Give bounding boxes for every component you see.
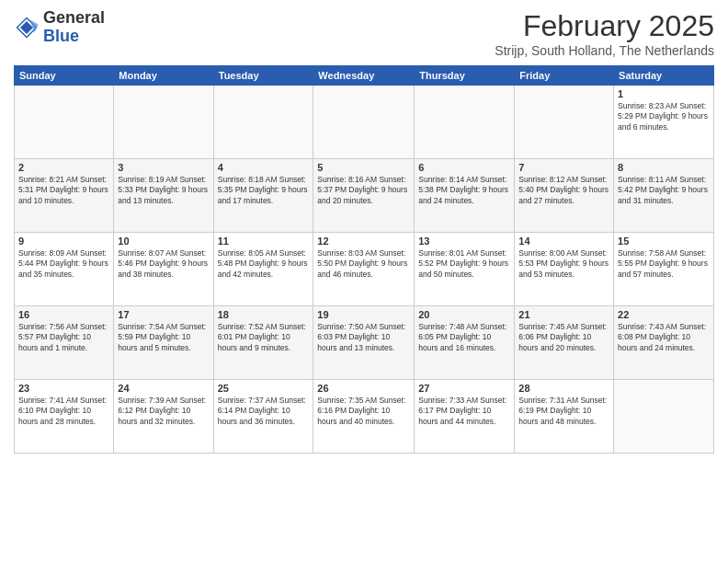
table-row: 14Sunrise: 8:00 AM Sunset: 5:53 PM Dayli… bbox=[515, 233, 614, 306]
day-info: Sunrise: 8:05 AM Sunset: 5:48 PM Dayligh… bbox=[218, 248, 310, 280]
day-number: 13 bbox=[418, 236, 510, 247]
day-info: Sunrise: 7:35 AM Sunset: 6:16 PM Dayligh… bbox=[317, 396, 410, 427]
table-row: 27Sunrise: 7:33 AM Sunset: 6:17 PM Dayli… bbox=[415, 380, 515, 454]
table-row: 12Sunrise: 8:03 AM Sunset: 5:50 PM Dayli… bbox=[313, 233, 415, 306]
table-row: 1Sunrise: 8:23 AM Sunset: 5:29 PM Daylig… bbox=[614, 86, 714, 159]
day-number: 19 bbox=[317, 309, 410, 320]
day-number: 28 bbox=[518, 383, 609, 394]
table-row: 18Sunrise: 7:52 AM Sunset: 6:01 PM Dayli… bbox=[213, 306, 313, 380]
col-sunday: Sunday bbox=[15, 66, 114, 86]
table-row bbox=[114, 86, 213, 159]
table-row bbox=[415, 86, 515, 159]
day-number: 17 bbox=[118, 309, 209, 320]
table-row: 7Sunrise: 8:12 AM Sunset: 5:40 PM Daylig… bbox=[515, 159, 614, 233]
table-row: 6Sunrise: 8:14 AM Sunset: 5:38 PM Daylig… bbox=[415, 159, 515, 233]
day-info: Sunrise: 7:56 AM Sunset: 5:57 PM Dayligh… bbox=[18, 322, 109, 353]
table-row: 17Sunrise: 7:54 AM Sunset: 5:59 PM Dayli… bbox=[114, 306, 213, 380]
location: Strijp, South Holland, The Netherlands bbox=[495, 43, 714, 58]
day-number: 22 bbox=[618, 309, 710, 320]
calendar-week-row: 23Sunrise: 7:41 AM Sunset: 6:10 PM Dayli… bbox=[15, 380, 714, 454]
day-number: 9 bbox=[18, 236, 109, 247]
day-info: Sunrise: 7:52 AM Sunset: 6:01 PM Dayligh… bbox=[218, 322, 310, 353]
day-number: 5 bbox=[317, 162, 410, 173]
calendar-week-row: 1Sunrise: 8:23 AM Sunset: 5:29 PM Daylig… bbox=[15, 86, 714, 159]
month-title: February 2025 bbox=[495, 9, 714, 43]
day-info: Sunrise: 8:14 AM Sunset: 5:38 PM Dayligh… bbox=[418, 175, 510, 206]
calendar-week-row: 9Sunrise: 8:09 AM Sunset: 5:44 PM Daylig… bbox=[15, 233, 714, 306]
day-info: Sunrise: 7:37 AM Sunset: 6:14 PM Dayligh… bbox=[218, 396, 310, 427]
day-number: 26 bbox=[317, 383, 410, 394]
day-number: 7 bbox=[518, 162, 609, 173]
day-info: Sunrise: 8:12 AM Sunset: 5:40 PM Dayligh… bbox=[518, 175, 609, 206]
col-tuesday: Tuesday bbox=[213, 66, 313, 86]
table-row bbox=[15, 86, 114, 159]
col-friday: Friday bbox=[515, 66, 614, 86]
table-row: 28Sunrise: 7:31 AM Sunset: 6:19 PM Dayli… bbox=[515, 380, 614, 454]
calendar-header-row: Sunday Monday Tuesday Wednesday Thursday… bbox=[15, 66, 714, 86]
col-saturday: Saturday bbox=[614, 66, 714, 86]
day-info: Sunrise: 7:48 AM Sunset: 6:05 PM Dayligh… bbox=[418, 322, 510, 353]
day-info: Sunrise: 8:23 AM Sunset: 5:29 PM Dayligh… bbox=[618, 101, 710, 132]
day-info: Sunrise: 8:19 AM Sunset: 5:33 PM Dayligh… bbox=[118, 175, 209, 206]
day-number: 2 bbox=[18, 162, 109, 173]
table-row bbox=[213, 86, 313, 159]
day-info: Sunrise: 7:45 AM Sunset: 6:06 PM Dayligh… bbox=[518, 322, 609, 353]
table-row: 24Sunrise: 7:39 AM Sunset: 6:12 PM Dayli… bbox=[114, 380, 213, 454]
table-row: 10Sunrise: 8:07 AM Sunset: 5:46 PM Dayli… bbox=[114, 233, 213, 306]
day-number: 21 bbox=[518, 309, 609, 320]
day-info: Sunrise: 7:31 AM Sunset: 6:19 PM Dayligh… bbox=[518, 396, 609, 427]
day-info: Sunrise: 8:21 AM Sunset: 5:31 PM Dayligh… bbox=[18, 175, 109, 206]
day-info: Sunrise: 8:07 AM Sunset: 5:46 PM Dayligh… bbox=[118, 248, 209, 280]
day-info: Sunrise: 7:54 AM Sunset: 5:59 PM Dayligh… bbox=[118, 322, 209, 353]
day-number: 12 bbox=[317, 236, 410, 247]
table-row: 25Sunrise: 7:37 AM Sunset: 6:14 PM Dayli… bbox=[213, 380, 313, 454]
day-info: Sunrise: 8:01 AM Sunset: 5:52 PM Dayligh… bbox=[418, 248, 510, 280]
day-number: 15 bbox=[618, 236, 710, 247]
logo-text: General Blue bbox=[43, 9, 105, 46]
table-row: 16Sunrise: 7:56 AM Sunset: 5:57 PM Dayli… bbox=[15, 306, 114, 380]
day-info: Sunrise: 8:09 AM Sunset: 5:44 PM Dayligh… bbox=[18, 248, 109, 280]
logo-icon bbox=[14, 15, 40, 40]
col-monday: Monday bbox=[114, 66, 213, 86]
day-number: 23 bbox=[18, 383, 109, 394]
day-number: 16 bbox=[18, 309, 109, 320]
day-info: Sunrise: 7:33 AM Sunset: 6:17 PM Dayligh… bbox=[418, 396, 510, 427]
day-info: Sunrise: 8:16 AM Sunset: 5:37 PM Dayligh… bbox=[317, 175, 410, 206]
table-row: 19Sunrise: 7:50 AM Sunset: 6:03 PM Dayli… bbox=[313, 306, 415, 380]
day-number: 27 bbox=[418, 383, 510, 394]
table-row: 22Sunrise: 7:43 AM Sunset: 6:08 PM Dayli… bbox=[614, 306, 714, 380]
table-row: 2Sunrise: 8:21 AM Sunset: 5:31 PM Daylig… bbox=[15, 159, 114, 233]
table-row: 15Sunrise: 7:58 AM Sunset: 5:55 PM Dayli… bbox=[614, 233, 714, 306]
day-info: Sunrise: 7:39 AM Sunset: 6:12 PM Dayligh… bbox=[118, 396, 209, 427]
col-thursday: Thursday bbox=[415, 66, 515, 86]
day-number: 8 bbox=[618, 162, 710, 173]
day-number: 25 bbox=[218, 383, 310, 394]
table-row bbox=[614, 380, 714, 454]
header: General Blue February 2025 Strijp, South… bbox=[14, 9, 714, 58]
day-info: Sunrise: 8:11 AM Sunset: 5:42 PM Dayligh… bbox=[618, 175, 710, 206]
table-row: 23Sunrise: 7:41 AM Sunset: 6:10 PM Dayli… bbox=[15, 380, 114, 454]
day-number: 24 bbox=[118, 383, 209, 394]
day-number: 11 bbox=[218, 236, 310, 247]
table-row: 21Sunrise: 7:45 AM Sunset: 6:06 PM Dayli… bbox=[515, 306, 614, 380]
calendar: Sunday Monday Tuesday Wednesday Thursday… bbox=[14, 65, 714, 454]
table-row: 20Sunrise: 7:48 AM Sunset: 6:05 PM Dayli… bbox=[415, 306, 515, 380]
day-number: 6 bbox=[418, 162, 510, 173]
day-info: Sunrise: 7:43 AM Sunset: 6:08 PM Dayligh… bbox=[618, 322, 710, 353]
page: General Blue February 2025 Strijp, South… bbox=[0, 0, 728, 563]
day-info: Sunrise: 7:50 AM Sunset: 6:03 PM Dayligh… bbox=[317, 322, 410, 353]
day-number: 10 bbox=[118, 236, 209, 247]
table-row: 13Sunrise: 8:01 AM Sunset: 5:52 PM Dayli… bbox=[415, 233, 515, 306]
table-row: 3Sunrise: 8:19 AM Sunset: 5:33 PM Daylig… bbox=[114, 159, 213, 233]
day-number: 1 bbox=[618, 88, 710, 99]
col-wednesday: Wednesday bbox=[313, 66, 415, 86]
day-number: 20 bbox=[418, 309, 510, 320]
day-number: 18 bbox=[218, 309, 310, 320]
day-info: Sunrise: 8:03 AM Sunset: 5:50 PM Dayligh… bbox=[317, 248, 410, 280]
day-number: 14 bbox=[518, 236, 609, 247]
table-row: 5Sunrise: 8:16 AM Sunset: 5:37 PM Daylig… bbox=[313, 159, 415, 233]
table-row: 8Sunrise: 8:11 AM Sunset: 5:42 PM Daylig… bbox=[614, 159, 714, 233]
day-info: Sunrise: 8:00 AM Sunset: 5:53 PM Dayligh… bbox=[518, 248, 609, 280]
table-row bbox=[313, 86, 415, 159]
logo: General Blue bbox=[14, 9, 105, 46]
